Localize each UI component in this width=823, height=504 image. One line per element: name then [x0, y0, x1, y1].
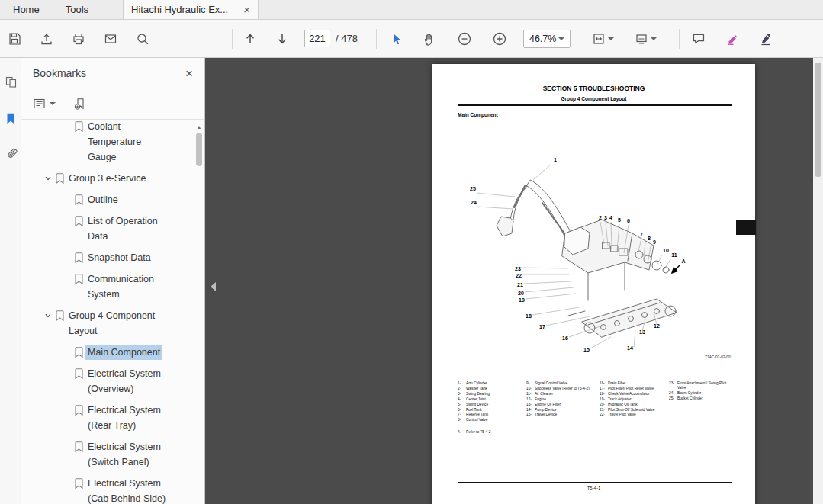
comment-icon [692, 32, 706, 46]
pdf-page: SECTION 5 TROUBLESHOOTING Group 4 Compon… [432, 64, 755, 504]
bookmark-item[interactable]: Electrical System (Cab Behind Side) [21, 473, 204, 504]
bookmark-item[interactable]: Electrical System (Overview) [21, 363, 204, 400]
fit-width-button[interactable] [586, 26, 621, 52]
page-down-icon [275, 32, 289, 46]
page-display-button[interactable] [629, 26, 664, 52]
bookmark-label: Coolant Temperature Gauge [88, 120, 149, 165]
bookmark-item[interactable]: Outline [21, 189, 204, 210]
comment-button[interactable] [686, 26, 712, 52]
zoom-out-button[interactable] [452, 26, 477, 52]
panel-title: Bookmarks [33, 67, 86, 79]
tab-bar: Home Tools Hitachi Hydraulic Ex... × [0, 0, 823, 20]
bookmark-item[interactable]: Communication System [21, 268, 204, 305]
previous-page-button[interactable] [237, 26, 263, 52]
document-scrollbar[interactable] [813, 58, 823, 504]
page-number-input[interactable] [304, 30, 330, 47]
email-icon [104, 32, 117, 46]
bookmark-label: Group 4 Component Layout [69, 308, 166, 339]
svg-text:3: 3 [604, 215, 607, 220]
chevron-down-icon [50, 102, 56, 105]
bookmark-icon [74, 346, 84, 358]
tab-home[interactable]: Home [0, 0, 53, 19]
chevron-down-icon[interactable] [43, 308, 53, 323]
main-toolbar: / 478 46.7% [0, 20, 823, 58]
close-panel-icon[interactable]: × [185, 67, 193, 80]
svg-text:17: 17 [539, 324, 545, 329]
select-tool-icon [389, 32, 403, 46]
bookmarks-panel-header: Bookmarks × [21, 58, 204, 88]
bookmark-item[interactable]: List of Operation Data [21, 210, 204, 247]
email-button[interactable] [98, 26, 124, 52]
chevron-down-icon [608, 37, 614, 40]
bookmark-item[interactable]: Group 3 e-Service [21, 168, 204, 189]
expand-current-bookmark-button[interactable] [74, 98, 87, 111]
page-thumbnails-button[interactable] [0, 70, 21, 93]
svg-text:25: 25 [470, 186, 476, 191]
svg-text:4: 4 [609, 215, 612, 220]
print-button[interactable] [66, 26, 92, 52]
tab-tools[interactable]: Tools [53, 0, 101, 19]
save-button[interactable] [2, 26, 27, 52]
legend-column: 1-Arm Cylinder2-Washer Tank3-Swing Beari… [458, 381, 526, 435]
options-menu-button[interactable] [33, 98, 56, 110]
legend-column: 23-Front Attachment / Swing Pilot Valve2… [669, 381, 737, 435]
bookmark-item[interactable]: Group 4 Component Layout [21, 305, 204, 342]
bookmark-icon [55, 172, 65, 185]
svg-text:22: 22 [516, 273, 522, 278]
svg-text:12: 12 [654, 323, 660, 329]
svg-text:16: 16 [562, 335, 568, 341]
bookmark-item[interactable]: Coolant Temperature Gauge [21, 120, 204, 168]
svg-text:1: 1 [554, 157, 557, 162]
svg-text:5: 5 [618, 217, 621, 223]
zoom-in-button[interactable] [487, 26, 513, 52]
panel-scrollbar-thumb[interactable] [196, 133, 202, 166]
search-button[interactable] [130, 26, 156, 52]
expand-bookmark-icon [74, 98, 87, 111]
zoom-level-select[interactable]: 46.7% [523, 30, 571, 48]
bookmarks-tree: Coolant Temperature GaugeGroup 3 e-Servi… [21, 120, 204, 504]
svg-text:23: 23 [515, 266, 521, 271]
attachments-icon [5, 146, 18, 159]
page-subtitle: Group 4 Component Layout [432, 96, 755, 101]
hand-tool-button[interactable] [416, 26, 442, 52]
panel-scrollbar[interactable]: ▲ [194, 124, 204, 502]
bookmark-item[interactable]: Main Component [21, 342, 204, 363]
bookmark-label: Group 3 e-Service [69, 171, 146, 186]
chevron-down-icon[interactable] [43, 171, 53, 186]
section-label: Main Component [458, 112, 498, 117]
select-tool-button[interactable] [383, 26, 409, 52]
svg-text:8: 8 [648, 236, 651, 241]
share-button[interactable] [34, 26, 59, 52]
legend-column: 9-Signal Control Valve10-Shockless Valve… [526, 381, 600, 435]
bookmark-item[interactable]: Snapshot Data [21, 247, 204, 268]
scroll-up-icon[interactable]: ▲ [194, 124, 204, 131]
options-menu-icon [33, 98, 47, 110]
tab-document-label: Hitachi Hydraulic Ex... [131, 4, 228, 15]
hand-tool-icon [423, 32, 436, 46]
document-scrollbar-thumb[interactable] [815, 63, 821, 177]
bookmark-item[interactable]: Electrical System (Rear Tray) [21, 400, 204, 436]
svg-text:24: 24 [471, 200, 477, 205]
bookmark-icon [74, 477, 84, 490]
panel-collapse-handle[interactable] [211, 282, 216, 291]
bookmark-item[interactable]: Electrical System (Switch Panel) [21, 436, 204, 473]
close-tab-icon[interactable]: × [243, 4, 250, 15]
page-footer-label: T5-4-1 [432, 486, 755, 490]
page-display-icon [635, 32, 648, 46]
svg-text:2: 2 [599, 215, 602, 220]
bookmarks-panel: Bookmarks × Coolant Temperature GaugeGro… [21, 58, 205, 504]
fill-sign-icon [759, 32, 773, 46]
figure-reference: T1AC-01-02-001 [705, 355, 732, 359]
highlight-button[interactable] [719, 26, 745, 52]
header-rule [458, 104, 732, 106]
document-viewer: SECTION 5 TROUBLESHOOTING Group 4 Compon… [205, 58, 823, 504]
svg-text:9: 9 [653, 239, 656, 245]
toolbar-separator [232, 29, 233, 49]
bookmark-label: Outline [88, 192, 118, 207]
next-page-button[interactable] [269, 26, 295, 52]
attachments-button[interactable] [0, 141, 21, 164]
bookmarks-panel-button[interactable] [0, 107, 21, 130]
bookmark-label: Electrical System (Overview) [88, 366, 178, 396]
tab-document[interactable]: Hitachi Hydraulic Ex... × [123, 0, 259, 19]
fill-sign-button[interactable] [753, 26, 779, 52]
